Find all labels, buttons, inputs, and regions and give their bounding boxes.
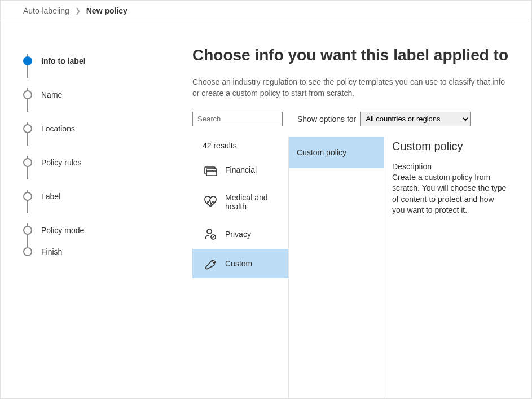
step-dot-icon (23, 247, 32, 256)
step-label: Name (41, 90, 62, 99)
step-finish[interactable]: Finish (23, 247, 153, 256)
step-policy-mode[interactable]: Policy mode (23, 213, 153, 247)
category-label: Privacy (225, 230, 251, 239)
step-dot-icon (23, 90, 32, 99)
person-block-icon (204, 227, 217, 241)
step-label: Finish (41, 247, 62, 256)
step-label: Policy mode (41, 226, 84, 235)
show-options-label: Show options for (297, 115, 356, 124)
credit-card-icon (204, 164, 217, 177)
svg-line-5 (212, 235, 215, 239)
template-custom-policy[interactable]: Custom policy (289, 137, 384, 168)
page-subtitle: Choose an industry regulation to see the… (192, 76, 508, 99)
step-label[interactable]: Label (23, 179, 153, 213)
step-label: Info to label (41, 56, 86, 65)
step-dot-icon (23, 124, 32, 133)
category-column: 42 results Financial (192, 137, 288, 398)
controls-row: Show options for All countries or region… (192, 112, 509, 126)
wizard-stepper: Info to label Name Locations Policy rule… (1, 21, 164, 398)
category-label: Custom (225, 259, 252, 269)
step-label: Policy rules (41, 158, 82, 167)
result-count: 42 results (192, 137, 288, 156)
search-input[interactable] (192, 112, 283, 126)
category-label: Medical and health (225, 193, 283, 212)
breadcrumb-parent[interactable]: Auto-labeling (23, 6, 69, 15)
region-select[interactable]: All countries or regions (360, 112, 471, 126)
wrench-icon (204, 257, 217, 270)
step-name[interactable]: Name (23, 78, 153, 112)
category-custom[interactable]: Custom (192, 249, 288, 278)
step-locations[interactable]: Locations (23, 112, 153, 146)
svg-rect-1 (206, 169, 217, 176)
step-dot-icon (23, 158, 32, 167)
step-dot-icon (23, 192, 32, 201)
category-medical[interactable]: Medical and health (192, 185, 288, 220)
heart-pulse-icon (204, 195, 217, 209)
templates-column: Custom policy (288, 137, 384, 398)
svg-point-3 (207, 229, 212, 234)
detail-column: Custom policy Description Create a custo… (384, 137, 509, 398)
detail-description-label: Description (392, 162, 509, 171)
step-label: Locations (41, 124, 75, 133)
breadcrumb-current: New policy (86, 6, 127, 15)
detail-title: Custom policy (392, 140, 509, 153)
category-privacy[interactable]: Privacy (192, 220, 288, 249)
step-info-to-label[interactable]: Info to label (23, 44, 153, 78)
chevron-right-icon: ❯ (75, 7, 81, 15)
step-label: Label (41, 192, 60, 201)
category-financial[interactable]: Financial (192, 156, 288, 185)
page-title: Choose info you want this label applied … (192, 45, 509, 65)
breadcrumb: Auto-labeling ❯ New policy (1, 1, 531, 21)
category-label: Financial (225, 165, 257, 175)
step-dot-icon (23, 56, 32, 65)
detail-description: Create a custom policy from scratch. You… (392, 172, 509, 216)
step-policy-rules[interactable]: Policy rules (23, 146, 153, 179)
step-dot-icon (23, 226, 32, 235)
